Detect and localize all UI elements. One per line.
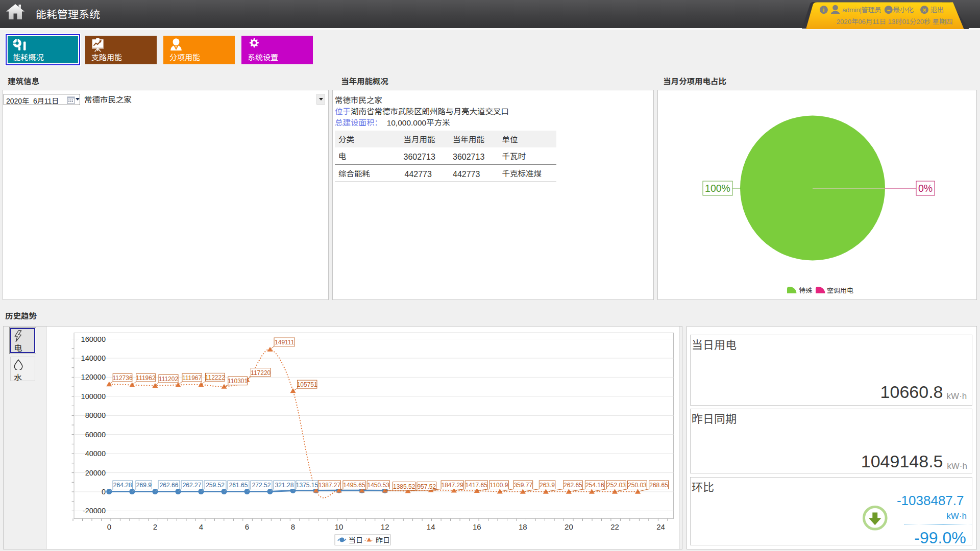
svg-text:22: 22 [610,521,619,532]
svg-text:1495.65: 1495.65 [343,480,365,489]
svg-text:2020年06月11日 13时01分20秒 星期四: 2020年06月11日 13时01分20秒 星期四 [837,16,953,26]
svg-text:111962: 111962 [136,373,156,382]
svg-text:1450.53: 1450.53 [368,480,390,489]
svg-text:i: i [823,5,824,13]
svg-text:1847.29: 1847.29 [442,480,464,489]
svg-text:100000: 100000 [81,390,106,401]
svg-text:24: 24 [656,521,665,532]
svg-text:250.03: 250.03 [628,480,647,489]
svg-text:262.27: 262.27 [183,480,202,489]
svg-text:14: 14 [427,521,435,532]
svg-text:252.03: 252.03 [607,480,626,489]
svg-text:2: 2 [153,521,157,532]
svg-text:117220: 117220 [251,368,271,377]
svg-text:269.9: 269.9 [136,480,152,489]
svg-text:254.16: 254.16 [585,480,604,489]
svg-text:40000: 40000 [85,447,106,458]
svg-text:20000: 20000 [85,467,106,478]
svg-text:272.52: 272.52 [252,480,271,489]
svg-text:262.65: 262.65 [564,480,582,489]
svg-text:1387.27: 1387.27 [318,480,341,489]
svg-text:6: 6 [245,521,249,532]
svg-text:259.52: 259.52 [206,480,225,489]
svg-text:0: 0 [107,521,111,532]
svg-text:112222: 112222 [205,372,225,381]
svg-text:105751: 105751 [297,380,317,388]
svg-text:12: 12 [381,521,389,532]
svg-text:退出: 退出 [930,4,944,14]
svg-text:120000: 120000 [81,371,106,382]
svg-text:268.65: 268.65 [649,480,668,489]
svg-text:111967: 111967 [182,373,202,382]
svg-text:957.52: 957.52 [417,482,436,490]
svg-text:昨日: 昨日 [376,535,390,545]
svg-text:最小化: 最小化 [893,4,914,14]
svg-text:359.77: 359.77 [513,480,532,489]
svg-text:-20000: -20000 [83,505,106,515]
svg-text:112736: 112736 [112,373,132,382]
svg-text:261.65: 261.65 [229,480,248,489]
svg-text:×: × [922,5,926,14]
svg-text:admin|管理员: admin|管理员 [842,5,881,14]
svg-text:263.9: 263.9 [540,480,555,489]
svg-text:111202: 111202 [159,374,179,383]
svg-text:262.66: 262.66 [160,480,179,489]
svg-text:60000: 60000 [85,429,106,439]
svg-text:0: 0 [102,486,106,496]
svg-text:100%: 100% [705,180,730,195]
svg-text:特殊: 特殊 [799,285,813,295]
svg-text:当日: 当日 [349,535,363,545]
svg-text:1375.15: 1375.15 [296,480,318,489]
svg-text:1385.52: 1385.52 [393,482,415,490]
svg-text:4: 4 [199,521,203,532]
svg-text:20: 20 [565,521,573,532]
svg-text:18: 18 [519,521,527,532]
svg-text:321.28: 321.28 [275,480,294,489]
svg-text:1100.9: 1100.9 [490,480,508,489]
svg-text:10: 10 [335,521,344,532]
svg-text:80000: 80000 [85,409,106,420]
svg-text:8: 8 [291,521,295,532]
svg-text:0%: 0% [918,180,933,195]
svg-text:149111: 149111 [275,337,295,346]
svg-text:110301: 110301 [228,376,248,385]
svg-text:1417.65: 1417.65 [465,480,488,489]
svg-text:264.28: 264.28 [113,480,132,489]
svg-text:−: − [887,5,890,14]
svg-text:空调用电: 空调用电 [827,285,853,295]
svg-text:16: 16 [473,521,481,532]
svg-text:140000: 140000 [81,352,106,363]
svg-text:160000: 160000 [81,333,106,344]
